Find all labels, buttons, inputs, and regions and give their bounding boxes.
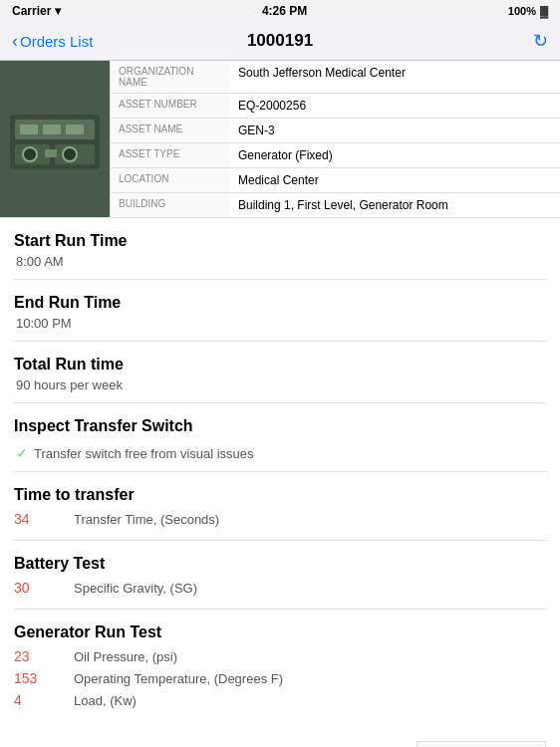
info-label: BUILDING — [111, 193, 230, 217]
generator-run-test-title: Generator Run Test — [14, 623, 546, 641]
status-left: Carrier ▾ — [12, 4, 61, 18]
total-run-time-value: 90 hours per week — [14, 377, 546, 392]
info-value: South Jefferson Medical Center — [230, 61, 560, 93]
data-row: 23 Oil Pressure, (psi) — [14, 645, 546, 667]
info-row: ASSET TYPE Generator (Fixed) — [111, 143, 560, 168]
inspect-check-label: Transfer switch free from visual issues — [34, 446, 254, 461]
info-label: ORGANIZATION NAME — [111, 61, 230, 93]
data-value: 153 — [14, 670, 54, 686]
battery-test-section: Battery Test 30 Specific Gravity, (SG) — [14, 555, 546, 599]
info-row: BUILDING Building 1, First Level, Genera… — [111, 193, 560, 217]
total-run-time-title: Total Run time — [14, 356, 546, 374]
data-row: 30 Specific Gravity, (SG) — [14, 577, 546, 599]
info-label: ASSET NUMBER — [111, 94, 230, 118]
svg-rect-9 — [45, 149, 57, 157]
signature-area: Adam Smith Mar 30 2017 — [14, 741, 546, 747]
data-value: 4 — [14, 692, 54, 708]
info-value: Building 1, First Level, Generator Room — [230, 193, 560, 217]
data-row: 4 Load, (Kw) — [14, 689, 546, 711]
data-value: 23 — [14, 648, 54, 664]
info-value: EQ-2000256 — [230, 94, 560, 118]
time-to-transfer-items: 34 Transfer Time, (Seconds) — [14, 508, 546, 530]
svg-point-7 — [23, 147, 37, 161]
info-value: GEN-3 — [230, 119, 560, 142]
info-value: Medical Center — [230, 168, 560, 192]
signature-box — [417, 741, 546, 747]
time-to-transfer-section: Time to transfer 34 Transfer Time, (Seco… — [14, 486, 546, 530]
inspect-item: ✓ Transfer switch free from visual issue… — [14, 439, 546, 461]
divider-2 — [14, 341, 546, 342]
start-run-time-section: Start Run Time 8:00 AM — [14, 232, 546, 269]
start-run-time-value: 8:00 AM — [14, 254, 546, 269]
refresh-button[interactable]: ↻ — [533, 30, 548, 52]
divider-4 — [14, 471, 546, 472]
back-button[interactable]: ‹ Orders List — [12, 32, 93, 50]
start-run-time-title: Start Run Time — [14, 232, 546, 250]
asset-image — [0, 61, 110, 217]
svg-rect-6 — [66, 124, 84, 134]
info-row: LOCATION Medical Center — [111, 168, 560, 193]
data-value: 34 — [14, 511, 54, 527]
data-label: Oil Pressure, (psi) — [74, 649, 177, 664]
data-row: 34 Transfer Time, (Seconds) — [14, 508, 546, 530]
battery-icon: ▓ — [540, 5, 548, 17]
battery-test-title: Battery Test — [14, 555, 546, 573]
info-row: ORGANIZATION NAME South Jefferson Medica… — [111, 61, 560, 94]
check-icon: ✓ — [16, 445, 28, 461]
data-label: Operating Temperature, (Degrees F) — [74, 671, 283, 686]
divider-3 — [14, 402, 546, 403]
info-label: ASSET NAME — [111, 119, 230, 142]
asset-header: ORGANIZATION NAME South Jefferson Medica… — [0, 61, 560, 218]
total-run-time-section: Total Run time 90 hours per week — [14, 356, 546, 392]
data-label: Load, (Kw) — [74, 693, 137, 708]
svg-rect-4 — [20, 124, 38, 134]
back-label: Orders List — [20, 33, 93, 50]
generator-run-test-section: Generator Run Test 23 Oil Pressure, (psi… — [14, 623, 546, 711]
end-run-time-section: End Run Time 10:00 PM — [14, 294, 546, 331]
time-to-transfer-title: Time to transfer — [14, 486, 546, 504]
data-label: Transfer Time, (Seconds) — [74, 512, 219, 527]
status-bar: Carrier ▾ 4:26 PM 100% ▓ — [0, 0, 560, 22]
generator-run-test-items: 23 Oil Pressure, (psi) 153 Operating Tem… — [14, 645, 546, 711]
carrier-label: Carrier — [12, 4, 51, 18]
data-value: 30 — [14, 580, 54, 596]
info-label: ASSET TYPE — [111, 143, 230, 167]
info-row: ASSET NAME GEN-3 — [111, 119, 560, 143]
svg-rect-5 — [43, 124, 61, 134]
battery-label: 100% — [508, 5, 536, 17]
content-area: Start Run Time 8:00 AM End Run Time 10:0… — [0, 232, 560, 747]
asset-info-table: ORGANIZATION NAME South Jefferson Medica… — [110, 61, 560, 217]
divider-1 — [14, 279, 546, 280]
svg-point-8 — [63, 147, 77, 161]
battery-test-items: 30 Specific Gravity, (SG) — [14, 577, 546, 599]
end-run-time-title: End Run Time — [14, 294, 546, 312]
data-label: Specific Gravity, (SG) — [74, 581, 197, 596]
status-right: 100% ▓ — [508, 5, 548, 17]
nav-bar: ‹ Orders List 1000191 ↻ — [0, 22, 560, 61]
back-chevron-icon: ‹ — [12, 32, 18, 50]
data-row: 153 Operating Temperature, (Degrees F) — [14, 667, 546, 689]
divider-6 — [14, 609, 546, 610]
divider-5 — [14, 540, 546, 541]
inspect-transfer-switch-section: Inspect Transfer Switch ✓ Transfer switc… — [14, 417, 546, 461]
info-row: ASSET NUMBER EQ-2000256 — [111, 94, 560, 119]
status-time: 4:26 PM — [262, 4, 307, 18]
inspect-transfer-switch-title: Inspect Transfer Switch — [14, 417, 546, 435]
info-value: Generator (Fixed) — [230, 143, 560, 167]
info-label: LOCATION — [111, 168, 230, 192]
nav-title: 1000191 — [247, 31, 313, 51]
end-run-time-value: 10:00 PM — [14, 316, 546, 331]
